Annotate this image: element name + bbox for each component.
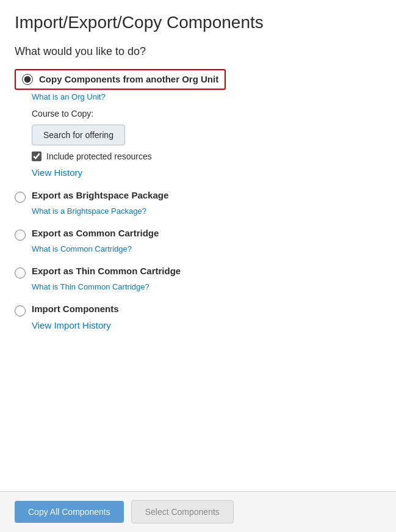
include-protected-label: Include protected resources bbox=[46, 151, 152, 161]
radio-export-brightspace[interactable] bbox=[15, 192, 26, 203]
option-export-thin-cartridge: Export as Thin Common Cartridge What is … bbox=[15, 266, 381, 291]
what-is-brightspace-link[interactable]: What is a Brightspace Package? bbox=[32, 206, 381, 216]
export-common-cartridge-row: Export as Common Cartridge bbox=[15, 228, 381, 241]
export-brightspace-label: Export as Brightspace Package bbox=[32, 190, 168, 200]
import-components-row: Import Components bbox=[15, 304, 381, 316]
section-heading: What would you like to do? bbox=[15, 45, 381, 58]
course-to-copy-label: Course to Copy: bbox=[32, 109, 381, 118]
what-is-common-cartridge-link[interactable]: What is Common Cartridge? bbox=[32, 244, 381, 253]
export-brightspace-row: Export as Brightspace Package bbox=[15, 190, 381, 203]
option-export-brightspace: Export as Brightspace Package What is a … bbox=[15, 190, 381, 216]
include-protected-checkbox[interactable] bbox=[32, 151, 41, 161]
what-is-org-unit-link[interactable]: What is an Org Unit? bbox=[32, 92, 381, 101]
copy-all-components-button[interactable]: Copy All Components bbox=[15, 501, 124, 523]
bottom-bar: Copy All Components Select Components bbox=[0, 491, 396, 532]
view-import-history-link[interactable]: View Import History bbox=[32, 320, 381, 330]
radio-copy-components[interactable] bbox=[22, 74, 33, 85]
option-export-common-cartridge: Export as Common Cartridge What is Commo… bbox=[15, 228, 381, 253]
option-copy-components: Copy Components from another Org Unit Wh… bbox=[15, 69, 381, 178]
selected-option-box: Copy Components from another Org Unit bbox=[15, 69, 226, 90]
page-container: Import/Export/Copy Components What would… bbox=[0, 0, 396, 392]
option-import-components: Import Components View Import History bbox=[15, 304, 381, 330]
export-thin-cartridge-label: Export as Thin Common Cartridge bbox=[32, 266, 181, 276]
export-thin-cartridge-row: Export as Thin Common Cartridge bbox=[15, 266, 381, 279]
export-common-cartridge-label: Export as Common Cartridge bbox=[32, 228, 159, 238]
what-is-thin-cartridge-link[interactable]: What is Thin Common Cartridge? bbox=[32, 282, 381, 291]
include-protected-row: Include protected resources bbox=[32, 151, 381, 161]
select-components-button[interactable]: Select Components bbox=[131, 500, 234, 523]
view-history-link[interactable]: View History bbox=[32, 167, 381, 178]
course-copy-section: Course to Copy: Search for offering Incl… bbox=[32, 109, 381, 178]
page-title: Import/Export/Copy Components bbox=[15, 12, 381, 33]
import-components-label: Import Components bbox=[32, 304, 119, 314]
radio-export-common-cartridge[interactable] bbox=[15, 230, 26, 241]
copy-components-label: Copy Components from another Org Unit bbox=[39, 74, 218, 84]
radio-export-thin-cartridge[interactable] bbox=[15, 268, 26, 279]
radio-import-components[interactable] bbox=[15, 305, 26, 316]
search-offering-button[interactable]: Search for offering bbox=[32, 125, 125, 145]
